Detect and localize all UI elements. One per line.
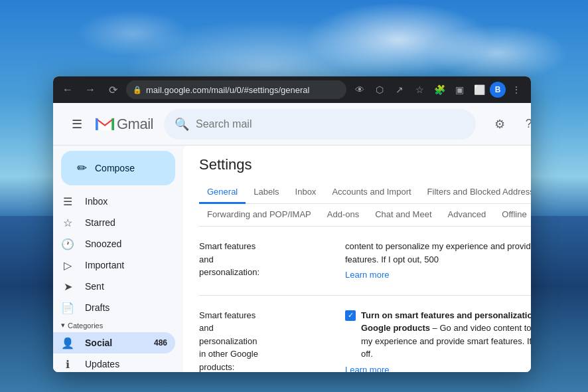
smart-features-content: content to personalize my experience and… [345, 240, 531, 282]
sidebar-toggle-icon[interactable]: ⬜ [470, 80, 488, 99]
url-text: mail.google.com/mail/u/0/#settings/gener… [146, 85, 309, 95]
browser-profile[interactable]: B [490, 82, 506, 98]
gmail-logo-icon [96, 117, 114, 132]
sidebar-item-social[interactable]: 👤 Social 486 [53, 332, 175, 353]
tab-addons[interactable]: Add-ons [319, 204, 367, 227]
share-icon[interactable]: ↗ [390, 80, 409, 99]
tab-groups-icon[interactable]: ▣ [450, 80, 469, 99]
settings-container: Settings General Labels Inbox Accounts a… [183, 146, 531, 372]
compose-label: Compose [95, 163, 135, 173]
inbox-icon: ☰ [61, 195, 74, 208]
sent-label: Sent [85, 281, 104, 292]
snoozed-label: Snoozed [85, 239, 121, 249]
gmail-logo: Gmail [96, 116, 153, 133]
categories-label: ▾ Categories [53, 318, 183, 332]
tab-general[interactable]: General [199, 181, 246, 204]
sidebar-item-important[interactable]: ▷ Important [53, 254, 175, 276]
smart-features-text: content to personalize my experience and… [345, 241, 531, 264]
settings-tabs-row2: Forwarding and POP/IMAP Add-ons Chat and… [199, 204, 531, 227]
help-icon[interactable]: ? [516, 111, 531, 138]
learn-more-link-1[interactable]: Learn more [345, 268, 531, 282]
search-input[interactable] [196, 118, 465, 130]
smart-features-other-content: Turn on smart features and personalizati… [345, 309, 531, 373]
browser-actions: 👁 ⬡ ↗ ☆ 🧩 ▣ ⬜ B ⋮ [350, 80, 526, 99]
gmail-body: ✏ Compose ☰ Inbox ☆ Starred 🕐 Snoozed [53, 146, 531, 372]
learn-more-link-2[interactable]: Learn more [345, 363, 531, 373]
search-bar[interactable]: 🔍 [164, 109, 476, 140]
cast-icon[interactable]: ⬡ [370, 80, 389, 99]
sidebar-item-updates[interactable]: ℹ Updates [53, 353, 175, 372]
gmail-wrapper: ☰ Gmail [53, 103, 531, 372]
tab-accounts[interactable]: Accounts and Import [324, 181, 419, 204]
sent-icon: ➤ [61, 280, 74, 293]
smart-other-text: Turn on smart features and personalizati… [361, 309, 531, 361]
tab-offline[interactable]: Offline [494, 204, 531, 227]
star-nav-icon: ☆ [61, 217, 74, 229]
social-badge: 486 [154, 338, 167, 347]
star-icon[interactable]: ☆ [410, 80, 429, 99]
tab-advanced[interactable]: Advanced [440, 204, 494, 227]
starred-label: Starred [85, 217, 115, 228]
sidebar-item-inbox[interactable]: ☰ Inbox [53, 191, 175, 212]
hamburger-button[interactable]: ☰ [64, 111, 90, 138]
sidebar-item-starred[interactable]: ☆ Starred [53, 212, 175, 233]
sidebar: ✏ Compose ☰ Inbox ☆ Starred 🕐 Snoozed [53, 146, 183, 372]
settings-section-smart: Smart featuresandpersonalization: conten… [199, 227, 531, 296]
reload-button[interactable]: ⟳ [104, 80, 122, 99]
extensions-icon[interactable]: 🧩 [430, 80, 449, 99]
checkbox-row: Turn on smart features and personalizati… [345, 309, 531, 361]
sidebar-item-snoozed[interactable]: 🕐 Snoozed [53, 233, 175, 254]
tab-filters[interactable]: Filters and Blocked Addresses [419, 181, 531, 204]
tab-inbox[interactable]: Inbox [287, 181, 325, 204]
smart-features-label: Smart featuresandpersonalization: [199, 240, 345, 282]
gmail-content: ☰ Gmail [53, 103, 531, 372]
pencil-icon: ✏ [77, 161, 87, 175]
tab-forwarding[interactable]: Forwarding and POP/IMAP [199, 204, 319, 227]
social-icon: 👤 [61, 337, 74, 349]
settings-title: Settings [199, 156, 531, 173]
sidebar-item-sent[interactable]: ➤ Sent [53, 276, 175, 297]
chevron-down-icon: ▾ [61, 321, 65, 330]
lock-icon: 🔒 [133, 86, 142, 94]
setting-row-smart-other: Smart featuresandpersonalizationin other… [199, 304, 531, 373]
smart-other-checkbox[interactable] [345, 310, 356, 321]
main-content: Settings General Labels Inbox Accounts a… [183, 146, 531, 372]
search-icon: 🔍 [175, 117, 189, 132]
browser-chrome: ← → ⟳ 🔒 mail.google.com/mail/u/0/#settin… [53, 76, 531, 103]
back-button[interactable]: ← [58, 80, 77, 99]
setting-row-smart: Smart featuresandpersonalization: conten… [199, 235, 531, 287]
gmail-logo-text: Gmail [117, 116, 153, 133]
eye-icon[interactable]: 👁 [350, 80, 369, 99]
browser-menu-icon[interactable]: ⋮ [507, 80, 526, 99]
social-label: Social [85, 338, 112, 348]
tab-labels[interactable]: Labels [246, 181, 287, 204]
drafts-label: Drafts [85, 302, 110, 313]
filters-icon[interactable]: ⚙ [486, 111, 513, 138]
gmail-topbar: ☰ Gmail [53, 103, 531, 146]
settings-section-smart-other: Smart featuresandpersonalizationin other… [199, 296, 531, 373]
topbar-right: ⚙ ? ⚙ ⊞ B [486, 111, 531, 138]
compose-button[interactable]: ✏ Compose [61, 151, 175, 185]
sidebar-item-drafts[interactable]: 📄 Drafts [53, 297, 175, 318]
snooze-icon: 🕐 [61, 238, 74, 250]
updates-label: Updates [85, 359, 119, 369]
smart-features-other-label: Smart featuresandpersonalizationin other… [199, 309, 345, 373]
important-icon: ▷ [61, 259, 74, 272]
settings-tabs-row1: General Labels Inbox Accounts and Import… [199, 181, 531, 204]
updates-icon: ℹ [61, 358, 74, 371]
important-label: Important [85, 260, 124, 270]
forward-button[interactable]: → [81, 80, 100, 99]
address-bar[interactable]: 🔒 mail.google.com/mail/u/0/#settings/gen… [126, 80, 346, 99]
browser-window: ← → ⟳ 🔒 mail.google.com/mail/u/0/#settin… [53, 76, 531, 372]
tab-chat[interactable]: Chat and Meet [367, 204, 439, 227]
inbox-label: Inbox [85, 196, 108, 207]
drafts-icon: 📄 [61, 302, 74, 314]
